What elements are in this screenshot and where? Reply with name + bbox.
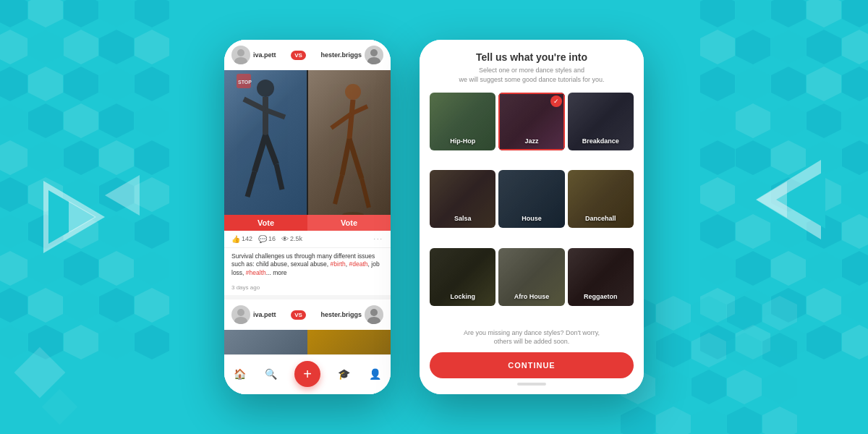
second-post-preview bbox=[224, 330, 391, 354]
comments-stat: 💬 16 bbox=[258, 235, 276, 243]
style-tile-house[interactable]: House bbox=[498, 170, 564, 228]
vote-bar: Vote Vote bbox=[224, 215, 391, 231]
svg-point-23 bbox=[237, 309, 244, 316]
nav-home-icon[interactable]: 🏠 bbox=[232, 366, 248, 382]
svg-line-21 bbox=[362, 179, 369, 208]
style-label-dancehall: Dancehall bbox=[585, 215, 616, 222]
style-grid: Hip-Hop Jazz ✓ Breakdance bbox=[430, 93, 634, 323]
continue-button[interactable]: CONTINUE bbox=[430, 352, 634, 378]
views-icon: 👁 bbox=[281, 235, 289, 243]
phone-nav: 🏠 🔍 + 🎓 👤 bbox=[224, 354, 391, 394]
user1-avatar bbox=[231, 46, 250, 64]
svg-point-26 bbox=[367, 317, 380, 324]
jazz-check-icon: ✓ bbox=[550, 95, 562, 107]
svg-point-0 bbox=[237, 49, 244, 56]
user2-info: hester.briggs bbox=[320, 46, 383, 64]
svg-point-2 bbox=[370, 49, 378, 56]
user1-info: iva.pett bbox=[231, 46, 276, 64]
svg-point-4 bbox=[257, 80, 274, 97]
style-tile-hiphop[interactable]: Hip-Hop bbox=[430, 93, 495, 150]
likes-icon: 👍 bbox=[231, 235, 240, 243]
screen-subtitle: Select one or more dance styles andwe wi… bbox=[430, 66, 634, 84]
svg-line-20 bbox=[335, 175, 342, 204]
style-label-salsa: Salsa bbox=[454, 215, 472, 222]
style-tile-jazz[interactable]: Jazz ✓ bbox=[498, 93, 564, 150]
battle-header: iva.pett VS hester.briggs bbox=[224, 40, 391, 70]
missing-text: Are you missing any dance styles? Don't … bbox=[430, 328, 634, 346]
user1-name: iva.pett bbox=[253, 51, 276, 59]
svg-point-24 bbox=[234, 317, 247, 324]
user2-avatar-2 bbox=[365, 305, 383, 324]
comments-icon: 💬 bbox=[258, 235, 267, 243]
nav-add-button[interactable]: + bbox=[294, 361, 320, 387]
vs-badge: VS bbox=[291, 51, 306, 60]
battle-images: STOP bbox=[224, 70, 391, 215]
svg-point-3 bbox=[367, 57, 380, 64]
phone-right: Tell us what you're into Select one or m… bbox=[420, 40, 644, 394]
nav-profile-icon[interactable]: 👤 bbox=[367, 366, 383, 382]
svg-line-15 bbox=[349, 100, 353, 139]
style-label-afrohouse: Afro House bbox=[514, 293, 550, 300]
likes-stat: 👍 142 bbox=[231, 235, 252, 243]
battle-img-right bbox=[308, 70, 391, 215]
user2-name-2: hester.briggs bbox=[320, 311, 362, 318]
nav-school-icon[interactable]: 🎓 bbox=[336, 366, 352, 382]
user2-avatar bbox=[365, 46, 383, 64]
style-label-jazz: Jazz bbox=[524, 137, 538, 145]
style-tile-locking[interactable]: Locking bbox=[430, 248, 495, 306]
post-time: 3 days ago bbox=[224, 282, 391, 295]
vs-badge-2: VS bbox=[291, 310, 306, 320]
user2-name: hester.briggs bbox=[320, 51, 362, 59]
style-label-locking: Locking bbox=[450, 293, 475, 300]
style-tile-salsa[interactable]: Salsa bbox=[430, 170, 495, 228]
style-tile-reggaeton[interactable]: Reggaeton bbox=[568, 248, 634, 306]
vote-button-left[interactable]: Vote bbox=[224, 215, 307, 231]
scroll-indicator bbox=[517, 383, 546, 386]
style-tile-dancehall[interactable]: Dancehall bbox=[568, 170, 634, 228]
style-label-reggaeton: Reggaeton bbox=[584, 293, 618, 300]
svg-line-19 bbox=[349, 139, 362, 179]
svg-point-1 bbox=[234, 57, 247, 64]
style-label-hiphop: Hip-Hop bbox=[450, 137, 475, 145]
style-label-house: House bbox=[522, 215, 542, 222]
svg-point-25 bbox=[370, 309, 378, 316]
svg-text:STOP: STOP bbox=[238, 80, 252, 85]
svg-line-10 bbox=[247, 171, 255, 197]
more-menu[interactable]: ··· bbox=[373, 235, 383, 242]
style-tile-afrohouse[interactable]: Afro House bbox=[498, 248, 564, 306]
phone-left: iva.pett VS hester.briggs bbox=[224, 40, 391, 394]
svg-line-11 bbox=[276, 164, 282, 190]
nav-search-icon[interactable]: 🔍 bbox=[263, 366, 279, 382]
svg-line-6 bbox=[244, 99, 265, 110]
post-stats: 👍 142 💬 16 👁 2.5k ··· bbox=[224, 231, 391, 248]
svg-line-7 bbox=[265, 110, 285, 117]
svg-point-22 bbox=[342, 212, 364, 215]
svg-point-14 bbox=[345, 84, 361, 100]
battle-img-left: STOP bbox=[224, 70, 307, 215]
post-caption: Survival challenges us through many diff… bbox=[224, 248, 391, 283]
svg-line-9 bbox=[265, 135, 276, 164]
screen-title: Tell us what you're into bbox=[430, 51, 634, 63]
style-label-breakdance: Breakdance bbox=[582, 137, 619, 145]
views-stat: 👁 2.5k bbox=[281, 235, 302, 243]
vote-button-right[interactable]: Vote bbox=[307, 215, 391, 231]
second-post-header: iva.pett VS hester.briggs bbox=[224, 299, 391, 330]
main-container: iva.pett VS hester.briggs bbox=[0, 0, 868, 434]
style-tile-breakdance[interactable]: Breakdance bbox=[568, 93, 634, 150]
user1-avatar-2 bbox=[231, 305, 250, 324]
svg-line-8 bbox=[255, 135, 265, 171]
svg-line-18 bbox=[342, 139, 349, 175]
user1-name-2: iva.pett bbox=[253, 311, 276, 318]
